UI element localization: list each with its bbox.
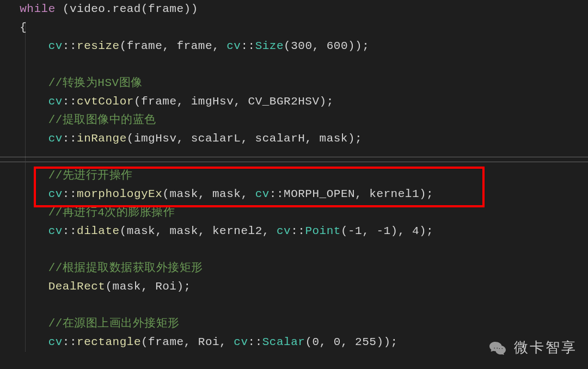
scope-op: :: — [63, 40, 77, 52]
comment: //先进行开操作 — [48, 169, 133, 182]
scope-op: :: — [291, 225, 305, 237]
code-line: cv::dilate(mask, mask, kernel2, cv::Poin… — [5, 222, 588, 241]
watermark-text: 微卡智享 — [514, 338, 577, 356]
scope-op: :: — [63, 188, 77, 200]
code-line: cv::resize(frame, frame, cv::Size(300, 6… — [5, 37, 588, 56]
comment: //再进行4次的膨胀操作 — [48, 206, 175, 219]
code-line: //在源图上画出外接矩形 — [5, 315, 588, 333]
args: (mask, Roi); — [105, 280, 191, 293]
code-line: { — [5, 19, 588, 37]
method: dilate — [77, 225, 120, 237]
namespace: cv — [48, 95, 63, 108]
method: rectangle — [77, 336, 141, 348]
namespace: cv — [226, 40, 241, 52]
namespace: cv — [48, 336, 63, 348]
code-line: //先进行开操作 — [5, 167, 588, 185]
type: Scalar — [262, 336, 305, 348]
scope-op: :: — [63, 225, 77, 237]
blank-line — [5, 56, 588, 74]
code-line: cv::inRange(imgHsv, scalarL, scalarH, ma… — [5, 130, 588, 148]
comment: //根据提取数据获取外接矩形 — [48, 262, 203, 274]
namespace: cv — [277, 225, 291, 237]
method: morphologyEx — [77, 188, 162, 200]
blank-line — [5, 148, 588, 167]
method: inRange — [77, 132, 127, 145]
comment: //转换为HSV图像 — [48, 77, 143, 89]
namespace: cv — [255, 188, 270, 200]
code-line: //转换为HSV图像 — [5, 74, 588, 93]
type: Size — [255, 40, 284, 52]
code-line: cv::morphologyEx(mask, mask, cv::MORPH_O… — [5, 185, 588, 204]
args: (0, 0, 255)); — [305, 336, 397, 348]
args: (frame, Roi, — [141, 336, 234, 348]
namespace: cv — [48, 132, 63, 145]
namespace: cv — [48, 188, 63, 200]
scope-op: :: — [248, 336, 262, 348]
blank-line — [5, 296, 588, 315]
namespace: cv — [48, 225, 63, 237]
code-editor: while (video.read(frame)) { cv::resize(f… — [0, 0, 588, 352]
namespace: cv — [48, 40, 63, 52]
scope-op: :: — [63, 95, 77, 108]
code-line: cv::cvtColor(frame, imgHsv, CV_BGR2HSV); — [5, 93, 588, 111]
args: (imgHsv, scalarL, scalarH, mask); — [127, 132, 362, 145]
args: (frame, imgHsv, CV_BGR2HSV); — [134, 95, 334, 108]
wechat-icon — [487, 336, 509, 358]
method: DealRect — [48, 280, 106, 293]
code-line: //提取图像中的蓝色 — [5, 111, 588, 130]
blank-line — [5, 241, 588, 259]
method: resize — [77, 40, 120, 52]
keyword-while: while — [20, 3, 56, 15]
type: Point — [305, 225, 341, 237]
scope-op: :: — [241, 40, 255, 52]
args: (frame, frame, — [120, 40, 227, 52]
scope-op: :: — [270, 188, 284, 200]
args: (300, 600)); — [284, 40, 369, 52]
code-line: //再进行4次的膨胀操作 — [5, 204, 588, 222]
code-line: while (video.read(frame)) — [5, 0, 588, 19]
code-text: (video.read(frame)) — [56, 3, 198, 15]
comment: //提取图像中的蓝色 — [48, 114, 156, 126]
brace: { — [20, 21, 27, 34]
args: (mask, mask, — [162, 188, 255, 200]
method: cvtColor — [77, 95, 134, 108]
namespace: cv — [234, 336, 248, 348]
watermark: 微卡智享 — [487, 336, 577, 358]
comment: //在源图上画出外接矩形 — [48, 317, 180, 330]
args: , kernel1); — [355, 188, 433, 200]
code-line: //根据提取数据获取外接矩形 — [5, 259, 588, 278]
scope-op: :: — [63, 132, 77, 145]
horizontal-divider — [0, 162, 588, 162]
horizontal-divider — [0, 157, 588, 157]
constant: MORPH_OPEN — [284, 188, 355, 200]
args: (-1, -1), 4); — [341, 225, 433, 237]
code-line: DealRect(mask, Roi); — [5, 278, 588, 296]
args: (mask, mask, kernel2, — [120, 225, 277, 237]
scope-op: :: — [63, 336, 77, 348]
